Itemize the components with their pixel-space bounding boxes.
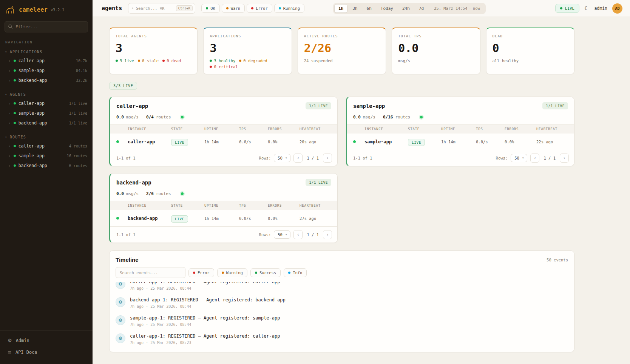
sidebar-item-applications-sample-app[interactable]: › sample-app 84.1k [0, 66, 93, 75]
chevron-right-icon: › [8, 111, 11, 116]
prev-page-button[interactable]: ‹ [530, 154, 539, 163]
table-row[interactable]: caller-app LIVE 1h 14m 0.0/s 0.0% 20s ag… [110, 134, 337, 150]
global-search-input[interactable] [136, 6, 174, 11]
rows-label: Rows: [259, 232, 271, 237]
section-header-routes[interactable]: ▾ ROUTES [0, 133, 93, 141]
list-item[interactable]: ⚙ backend-app-1: REGISTERED — Agent regi… [116, 294, 568, 312]
live-status-label: LIVE [565, 6, 574, 11]
timeline-search-input[interactable] [116, 267, 185, 278]
sidebar-filter-input[interactable] [5, 21, 88, 32]
rows-per-page-select[interactable]: 50 ▾ [274, 154, 290, 162]
status-dot [14, 79, 16, 81]
health-pulse-dot [181, 192, 184, 195]
filter-chip-running[interactable]: Running [274, 4, 304, 13]
range-button-1h[interactable]: 1h [334, 4, 347, 13]
section-header-applications[interactable]: ▾ APPLICATIONS [0, 48, 93, 56]
menu-icon: ≡ [8, 349, 12, 355]
range-button-6h[interactable]: 6h [363, 4, 376, 13]
timeline-event-count: 50 events [547, 258, 568, 262]
sidebar-item-routes-backend-app[interactable]: › backend-app 6 routes [0, 161, 93, 170]
list-item[interactable]: ⚙ sample-app-1: REGISTERED — Agent regis… [116, 312, 568, 330]
sidebar-item-agents-backend-app[interactable]: › backend-app 1/1 live [0, 118, 93, 128]
column-header: STATE [171, 127, 204, 131]
sidebar-item-agents-caller-app[interactable]: › caller-app 1/1 live [0, 98, 93, 108]
navigation-label: NAVIGATION [0, 38, 93, 48]
sidebar-item-label: caller-app [19, 101, 45, 106]
status-dot [14, 69, 16, 72]
next-page-button[interactable]: › [560, 154, 569, 163]
table-row[interactable]: sample-app LIVE 1h 14m 0.0/s 0.0% 22s ag… [347, 134, 574, 150]
timeline-filter-success[interactable]: Success [250, 268, 281, 277]
uptime-value: 1h 14m [204, 140, 239, 144]
column-header: ERRORS [268, 127, 300, 131]
timeline-filter-info[interactable]: Info [284, 268, 307, 277]
timeline-filter-warning[interactable]: Warning [217, 268, 247, 277]
stat-value: 0 [493, 43, 568, 54]
status-dot [14, 112, 16, 114]
rows-per-page-select[interactable]: 50 ▾ [511, 154, 527, 162]
live-status-badge[interactable]: LIVE [555, 4, 579, 13]
agent-card-title: caller-app [116, 103, 148, 109]
topbar-right: LIVE ☾ admin AD [555, 3, 622, 14]
avatar[interactable]: AD [612, 3, 622, 14]
range-button-3h[interactable]: 3h [348, 4, 361, 13]
sidebar-item-routes-sample-app[interactable]: › sample-app 16 routes [0, 151, 93, 161]
sidebar-item-label: backend-app [19, 120, 47, 126]
gear-icon: ⚙ [116, 333, 125, 343]
list-item[interactable]: ⚙ caller-app-1: REGISTERED — Agent regis… [116, 282, 568, 294]
event-text: caller-app-1: REGISTERED — Agent registe… [130, 333, 280, 339]
column-header: TPS [476, 127, 505, 131]
event-time: 7h ago · 25 Mar 2026, 08:23 [130, 341, 280, 345]
range-button-24h[interactable]: 24h [398, 4, 414, 13]
next-page-button[interactable]: › [323, 154, 332, 163]
status-dot [14, 145, 16, 147]
range-button-today[interactable]: Today [377, 4, 397, 13]
prev-page-button[interactable]: ‹ [293, 230, 303, 239]
filter-chip-error[interactable]: Error [247, 4, 272, 13]
event-time: 7h ago · 25 Mar 2026, 08:44 [130, 323, 280, 327]
sidebar-item-routes-caller-app[interactable]: › caller-app 4 routes [0, 141, 93, 151]
sidebar-item-agents-sample-app[interactable]: › sample-app 1/1 live [0, 108, 93, 118]
stat-sub-label: 3 healthy [214, 58, 235, 63]
sidebar-item-api-docs[interactable]: ≡ API Docs [0, 346, 93, 358]
status-dot [14, 155, 16, 157]
sidebar-item-label: backend-app [19, 78, 47, 83]
row-range-label: 1-1 of 1 [116, 156, 136, 160]
timeline-filter-error[interactable]: Error [188, 268, 214, 277]
event-list[interactable]: ⚙ caller-app-1: REGISTERED — Agent regis… [110, 282, 574, 348]
stat-sub-label: 3 live [120, 58, 134, 63]
list-item[interactable]: ⚙ caller-app-1: REGISTERED — Agent regis… [116, 330, 568, 348]
sidebar-item-meta: 1/1 live [69, 101, 87, 106]
filter-chip-ok[interactable]: OK [201, 4, 220, 13]
agent-live-badge: 1/1 LIVE [306, 179, 331, 186]
sidebar-item-meta: 84.1k [76, 69, 87, 73]
stat-card-applications: APPLICATIONS 3 3 healthy 0 degraded 0 cr… [203, 28, 292, 74]
global-search[interactable]: Ctrl+K [128, 3, 195, 14]
prev-page-button[interactable]: ‹ [293, 154, 303, 163]
dark-mode-toggle[interactable]: ☾ [584, 5, 589, 12]
filter-chip-warn[interactable]: Warn [222, 4, 245, 13]
stat-label: APPLICATIONS [210, 34, 285, 38]
sidebar-item-applications-backend-app[interactable]: › backend-app 32.2k [0, 75, 93, 85]
gear-icon: ⚙ [116, 282, 125, 289]
chevron-right-icon: › [8, 144, 11, 149]
app-logo[interactable]: cameleer v3.2.1 [0, 0, 93, 18]
stat-card-total-agents: TOTAL AGENTS 3 3 live 0 stale 0 dead [109, 28, 198, 74]
sidebar-item-admin[interactable]: ⚙ Admin [0, 335, 93, 346]
stat-cards: TOTAL AGENTS 3 3 live 0 stale 0 dead APP… [109, 28, 574, 74]
stat-sub-label: all healthy [493, 58, 519, 63]
column-header: UPTIME [204, 204, 239, 207]
error-status-dot [251, 7, 253, 9]
live-summary-badge: 3/3 LIVE [109, 82, 137, 90]
agent-cards: caller-app 1/1 LIVE 0.0 msg/s 0/4 routes [109, 97, 574, 243]
sidebar-filter [5, 21, 88, 32]
table-header: INSTANCE STATE UPTIME TPS ERRORS HEARTBE… [347, 124, 574, 134]
section-header-agents[interactable]: ▾ AGENTS [0, 91, 93, 98]
table-row[interactable]: backend-app LIVE 1h 14m 0.0/s 0.0% 27s a… [110, 210, 337, 226]
next-page-button[interactable]: › [323, 230, 332, 239]
range-button-7d[interactable]: 7d [415, 4, 428, 13]
sidebar-item-applications-caller-app[interactable]: › caller-app 10.7k [0, 56, 93, 66]
stat-value: 0.0 [398, 43, 474, 54]
stat-sub-label: 24 suspended [304, 58, 333, 63]
rows-per-page-select[interactable]: 50 ▾ [274, 230, 290, 239]
